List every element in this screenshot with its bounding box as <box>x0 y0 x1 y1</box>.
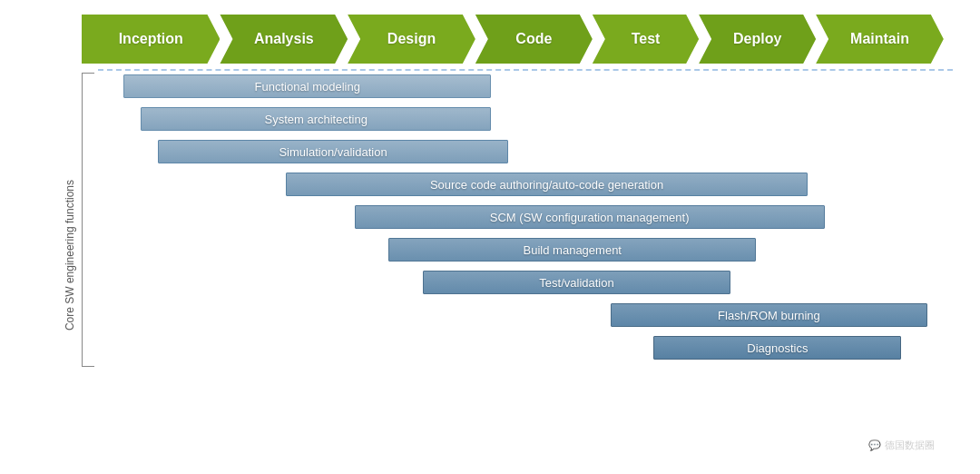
bar-label-1: System architecting <box>257 113 374 126</box>
bar-5: Build management <box>388 238 756 262</box>
y-axis-label-container: Core SW engineering functions <box>27 69 82 441</box>
phase-inception: Inception <box>82 15 220 64</box>
bar-label-4: SCM (SW configuration management) <box>483 211 697 224</box>
bar-4: SCM (SW configuration management) <box>355 205 825 229</box>
bar-row: Source code authoring/auto-code generati… <box>98 171 953 198</box>
bar-label-6: Test/validation <box>532 276 621 290</box>
bracket <box>82 73 94 367</box>
dashed-top-line <box>98 69 953 71</box>
bar-1: System architecting <box>141 107 491 131</box>
bar-label-5: Build management <box>516 243 629 257</box>
bar-row: Flash/ROM burning <box>98 301 953 329</box>
chart-container: InceptionAnalysisDesignCodeTestDeployMai… <box>27 15 953 459</box>
body-area: Core SW engineering functions Functional… <box>27 69 953 441</box>
bar-row: SCM (SW configuration management) <box>98 203 953 231</box>
phase-test: Test <box>593 15 699 64</box>
bar-row: Diagnostics <box>98 334 953 361</box>
bar-3: Source code authoring/auto-code generati… <box>286 173 808 196</box>
bar-8: Diagnostics <box>653 336 901 360</box>
bar-row: Build management <box>98 236 953 263</box>
bar-label-3: Source code authoring/auto-code generati… <box>423 178 671 192</box>
y-axis-label: Core SW engineering functions <box>64 180 78 331</box>
phase-maintain: Maintain <box>816 15 944 64</box>
watermark-icon: 💬 <box>868 439 881 451</box>
bar-label-0: Functional modeling <box>248 80 368 94</box>
bar-label-2: Simulation/validation <box>271 145 394 159</box>
bar-7: Flash/ROM burning <box>611 303 927 327</box>
phase-analysis: Analysis <box>220 15 348 64</box>
phase-design: Design <box>348 15 475 64</box>
bar-label-7: Flash/ROM burning <box>710 309 828 322</box>
bar-label-8: Diagnostics <box>740 341 815 355</box>
phase-deploy: Deploy <box>699 15 816 64</box>
bar-2: Simulation/validation <box>158 140 508 163</box>
phase-code: Code <box>475 15 593 64</box>
phase-bar: InceptionAnalysisDesignCodeTestDeployMai… <box>82 15 944 64</box>
bar-row: Test/validation <box>98 269 953 296</box>
bar-0: Functional modeling <box>123 74 491 98</box>
bars-area: Functional modelingSystem architectingSi… <box>98 69 953 441</box>
watermark-text: 德国数据圈 <box>885 439 935 452</box>
bar-row: System architecting <box>98 105 953 133</box>
watermark: 💬 德国数据圈 <box>868 439 935 452</box>
bar-6: Test/validation <box>423 271 730 294</box>
bar-row: Simulation/validation <box>98 138 953 165</box>
bar-row: Functional modeling <box>98 73 953 100</box>
